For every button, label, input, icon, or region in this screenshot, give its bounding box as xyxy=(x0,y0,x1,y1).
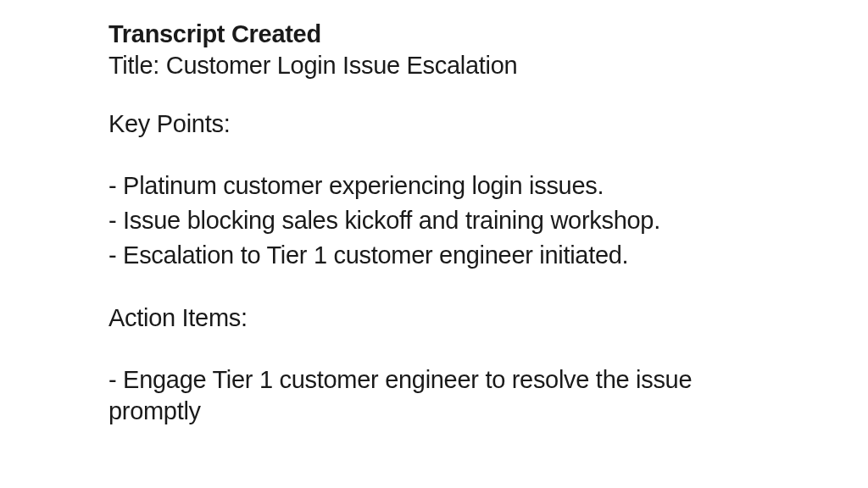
transcript-heading: Transcript Created xyxy=(108,20,868,48)
list-item: - Issue blocking sales kickoff and train… xyxy=(108,203,868,238)
list-item: - Engage Tier 1 customer engineer to res… xyxy=(108,363,868,397)
action-items-list: - Engage Tier 1 customer engineer to res… xyxy=(108,363,868,425)
title-prefix: Title: xyxy=(108,52,166,79)
key-points-label: Key Points: xyxy=(108,110,868,138)
action-items-label: Action Items: xyxy=(108,304,868,332)
title-value: Customer Login Issue Escalation xyxy=(166,52,518,79)
list-item: - Platinum customer experiencing login i… xyxy=(108,169,868,203)
truncated-text: promptly xyxy=(108,397,868,425)
transcript-title: Title: Customer Login Issue Escalation xyxy=(108,52,868,80)
key-points-list: - Platinum customer experiencing login i… xyxy=(108,169,868,274)
list-item: - Escalation to Tier 1 customer engineer… xyxy=(108,238,868,273)
